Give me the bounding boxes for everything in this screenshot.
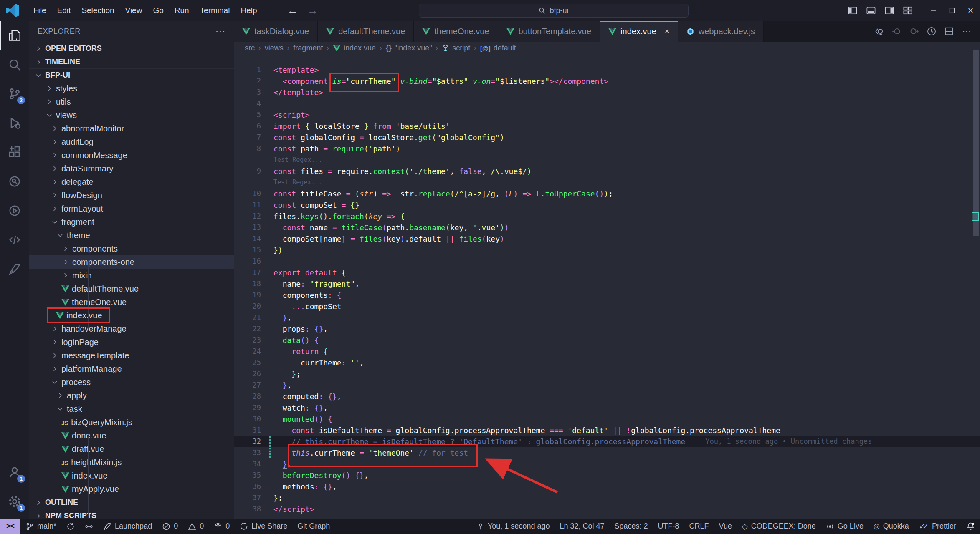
sidebar-item-apply[interactable]: apply <box>29 389 234 402</box>
history-icon[interactable] <box>924 26 939 36</box>
status-spaces-2[interactable]: Spaces: 2 <box>610 519 653 534</box>
status-0[interactable]: 0 <box>157 519 183 534</box>
status-vue[interactable]: Vue <box>714 519 737 534</box>
status-0[interactable]: 0 <box>183 519 209 534</box>
sidebar-item-heightmixin-js[interactable]: JSheightMixin.js <box>29 456 234 469</box>
activity-explorer[interactable] <box>0 21 29 50</box>
sidebar-item-task[interactable]: task <box>29 402 234 416</box>
status-you-1-second-ago[interactable]: You, 1 second ago <box>472 519 555 534</box>
codelens[interactable]: Test Regex... <box>234 154 980 166</box>
activity-extensions[interactable] <box>0 138 29 167</box>
sidebar-item-platformmanage[interactable]: platformManage <box>29 362 234 375</box>
sidebar-item-formlayout[interactable]: formLayout <box>29 202 234 215</box>
prev-change-icon[interactable] <box>889 26 904 36</box>
maximize-button[interactable] <box>942 0 961 21</box>
sidebar-item-defaulttheme-vue[interactable]: defaultTheme.vue <box>29 282 234 295</box>
code-line-12[interactable]: 12files.keys().forEach(key => { <box>234 211 980 222</box>
activity-live-preview[interactable] <box>0 196 29 225</box>
menu-help[interactable]: Help <box>235 4 262 17</box>
code-line-25[interactable]: 25 currTheme: '', <box>234 357 980 368</box>
sidebar-section-open-editors[interactable]: OPEN EDITORS <box>29 42 234 55</box>
sidebar-item-fragment[interactable]: fragment <box>29 215 234 229</box>
code-line-23[interactable]: 23 data() { <box>234 335 980 346</box>
status-launchpad[interactable]: Launchpad <box>98 519 157 534</box>
sidebar-item-delegate[interactable]: delegate <box>29 175 234 189</box>
sidebar-item-styles[interactable]: styles <box>29 82 234 95</box>
sidebar-item-themeone-vue[interactable]: themeOne.vue <box>29 295 234 309</box>
code-line-19[interactable]: 19 components: { <box>234 290 980 301</box>
status-crlf[interactable]: CRLF <box>684 519 714 534</box>
menu-file[interactable]: File <box>28 4 52 17</box>
code-line-13[interactable]: 13 const name = titleCase(path.basename(… <box>234 222 980 233</box>
breadcrumb-item-5[interactable]: {}"index.vue" <box>386 44 432 53</box>
breadcrumb-item-1[interactable]: src <box>245 44 255 53</box>
activity-search[interactable] <box>0 50 29 79</box>
gitlens-icon[interactable] <box>871 26 886 36</box>
code-line-15[interactable]: 15}) <box>234 244 980 256</box>
code-line-21[interactable]: 21 }, <box>234 312 980 323</box>
code-line-30[interactable]: 30 mounted() { <box>234 413 980 425</box>
code-line-18[interactable]: 18 name: "fragment", <box>234 278 980 290</box>
explorer-more-actions-icon[interactable]: ⋯ <box>215 25 225 37</box>
tab-webpack-dev-js[interactable]: webpack.dev.js <box>678 21 764 42</box>
activity-code-review[interactable] <box>0 167 29 196</box>
sidebar-item-commonmessage[interactable]: commonMessage <box>29 149 234 162</box>
code-line-31[interactable]: 31 const isDefaultTheme = globalConfig.p… <box>234 425 980 436</box>
sidebar-item-loginpage[interactable]: loginPage <box>29 335 234 349</box>
code-line-20[interactable]: 20 ...compoSet <box>234 301 980 312</box>
tab-themeOne-vue[interactable]: themeOne.vue <box>414 21 498 42</box>
menu-terminal[interactable]: Terminal <box>195 4 236 17</box>
code-line-9[interactable]: 9const files = require.context('./theme'… <box>234 166 980 177</box>
breadcrumb-item-7[interactable]: [@]default <box>480 44 516 53</box>
split-editor-icon[interactable] <box>942 26 957 36</box>
sidebar-item-datasummary[interactable]: dataSummary <box>29 162 234 175</box>
toggle-panel-icon[interactable] <box>863 0 879 21</box>
sidebar-section-timeline[interactable]: TIMELINE <box>29 55 234 68</box>
sidebar-item-utils[interactable]: utils <box>29 95 234 108</box>
command-center-search[interactable]: bfp-ui <box>419 4 689 18</box>
activity-run-debug[interactable] <box>0 108 29 138</box>
menu-edit[interactable]: Edit <box>52 4 76 17</box>
status-bell[interactable] <box>961 519 980 534</box>
menu-selection[interactable]: Selection <box>76 4 119 17</box>
status-git-graph[interactable]: Git Graph <box>292 519 335 534</box>
status--[interactable]: >< <box>0 519 20 534</box>
sidebar-item-draft-vue[interactable]: draft.vue <box>29 442 234 456</box>
nav-forward-icon[interactable]: → <box>307 4 318 17</box>
code-line-8[interactable]: 8const path = require('path') <box>234 143 980 154</box>
code-line-38[interactable]: 38</script> <box>234 504 980 515</box>
code-line-35[interactable]: 35 beforeDestroy() {}, <box>234 470 980 481</box>
minimize-button[interactable] <box>924 0 942 21</box>
sidebar-section-npm-scripts[interactable]: NPM SCRIPTS <box>29 509 234 519</box>
status-utf-8[interactable]: UTF-8 <box>653 519 684 534</box>
code-line-7[interactable]: 7const globalConfig = localStore.get("gl… <box>234 132 980 143</box>
code-line-14[interactable]: 14 compoSet[name] = files(key).default |… <box>234 233 980 244</box>
breadcrumb-item-2[interactable]: views <box>265 44 284 53</box>
code-line-29[interactable]: 29 watch: {}, <box>234 402 980 413</box>
next-change-icon[interactable] <box>907 26 922 36</box>
code-line-17[interactable]: 17export default { <box>234 267 980 278</box>
sidebar-item-index-vue[interactable]: index.vue <box>29 469 234 482</box>
code-line-36[interactable]: 36 methods: {}, <box>234 481 980 492</box>
status-codegeex-done[interactable]: ◇CODEGEEX: Done <box>737 519 821 534</box>
sidebar-item-theme[interactable]: theme <box>29 229 234 242</box>
menu-run[interactable]: Run <box>169 4 195 17</box>
activity-source-control[interactable]: 2 <box>0 79 29 108</box>
close-button[interactable]: × <box>961 0 980 21</box>
code-line-16[interactable]: 16 <box>234 256 980 267</box>
sidebar-item-abnormalmonitor[interactable]: abnormalMonitor <box>29 122 234 135</box>
editor-scrollbar[interactable] <box>973 50 979 236</box>
sidebar-item-components-one[interactable]: components-one <box>29 255 234 269</box>
activity-launchpad[interactable] <box>0 254 29 284</box>
status-ln-32-col-47[interactable]: Ln 32, Col 47 <box>555 519 609 534</box>
code-line-4[interactable]: 4 <box>234 98 980 109</box>
sidebar-item-done-vue[interactable]: done.vue <box>29 429 234 442</box>
activity-accounts[interactable]: 1 <box>0 458 29 487</box>
sidebar-item-mixin[interactable]: mixin <box>29 269 234 282</box>
sidebar-item-auditlog[interactable]: auditLog <box>29 135 234 149</box>
sidebar-section-bfp-ui[interactable]: BFP-UI <box>29 68 234 82</box>
sidebar-item-messagetemplate[interactable]: messageTemplate <box>29 349 234 362</box>
code-line-28[interactable]: 28 computed: {}, <box>234 391 980 402</box>
activity-remote-explorer[interactable] <box>0 225 29 254</box>
status-live-share[interactable]: Live Share <box>235 519 292 534</box>
